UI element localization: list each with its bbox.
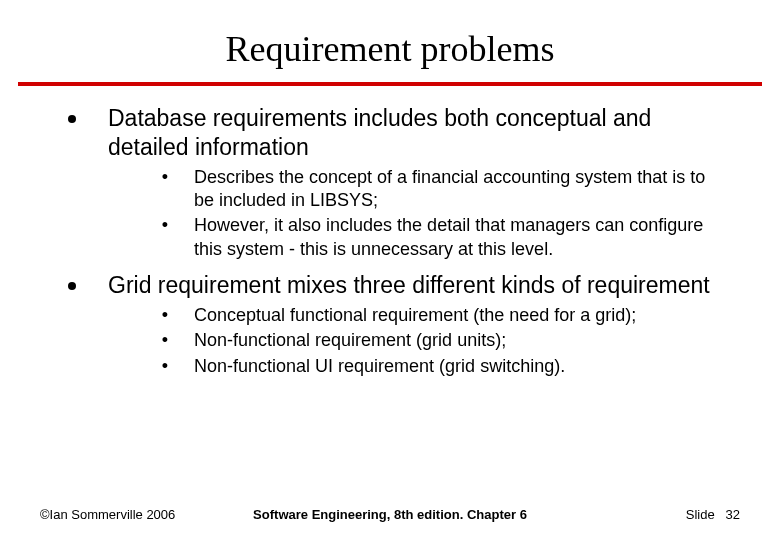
slide-footer: ©Ian Sommerville 2006 Software Engineeri… — [0, 507, 780, 522]
disc-bullet-icon — [68, 115, 76, 123]
subbullet-text: Conceptual functional requirement (the n… — [194, 304, 636, 327]
dot-bullet-icon: • — [150, 355, 180, 378]
bullet-level2: • Conceptual functional requirement (the… — [150, 304, 720, 327]
bullet-level1: Database requirements includes both conc… — [60, 104, 720, 162]
title-rule — [18, 82, 762, 86]
bullet-level1: Grid requirement mixes three different k… — [60, 271, 720, 300]
footer-slide-label: Slide — [686, 507, 715, 522]
bullet-level2: • However, it also includes the detail t… — [150, 214, 720, 261]
bullet-level2: • Describes the concept of a financial a… — [150, 166, 720, 213]
dot-bullet-icon: • — [150, 214, 180, 237]
footer-slide-num: 32 — [726, 507, 740, 522]
bullet-level2: • Non-functional requirement (grid units… — [150, 329, 720, 352]
dot-bullet-icon: • — [150, 304, 180, 327]
slide-title: Requirement problems — [0, 0, 780, 82]
subbullet-text: Describes the concept of a financial acc… — [194, 166, 720, 213]
slide-body: Database requirements includes both conc… — [0, 104, 780, 378]
bullet-level2: • Non-functional UI requirement (grid sw… — [150, 355, 720, 378]
slide: Requirement problems Database requiremen… — [0, 0, 780, 540]
subbullet-text: Non-functional UI requirement (grid swit… — [194, 355, 565, 378]
subbullet-text: However, it also includes the detail tha… — [194, 214, 720, 261]
footer-slide-number: Slide 32 — [686, 507, 740, 522]
dot-bullet-icon: • — [150, 329, 180, 352]
footer-book-title: Software Engineering, 8th edition. Chapt… — [253, 507, 527, 522]
subbullet-text: Non-functional requirement (grid units); — [194, 329, 506, 352]
dot-bullet-icon: • — [150, 166, 180, 189]
bullet-text: Database requirements includes both conc… — [108, 104, 720, 162]
disc-bullet-icon — [68, 282, 76, 290]
footer-copyright: ©Ian Sommerville 2006 — [40, 507, 175, 522]
bullet-text: Grid requirement mixes three different k… — [108, 271, 710, 300]
